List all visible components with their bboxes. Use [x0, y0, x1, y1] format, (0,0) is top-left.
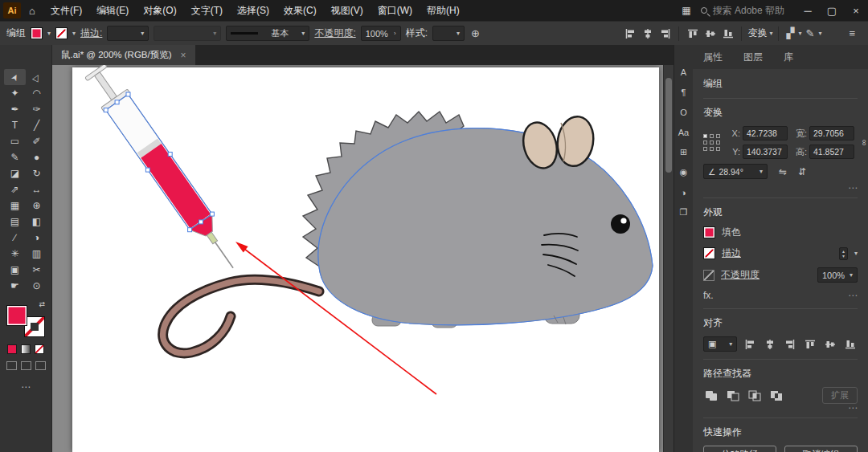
glyphs-panel[interactable]: Aa — [678, 126, 689, 138]
paragraph-panel[interactable]: ¶ — [682, 86, 686, 98]
align-top-icon[interactable] — [685, 26, 700, 40]
fill-indicator[interactable] — [6, 305, 27, 326]
menu-select[interactable]: 选择(S) — [230, 0, 276, 21]
ref-point[interactable] — [703, 147, 707, 151]
constrain-proportions-icon[interactable]: ∞ — [860, 140, 868, 146]
gradient-tool[interactable]: ◧ — [26, 214, 47, 230]
ref-point[interactable] — [710, 147, 714, 151]
panel-align-bottom-icon[interactable] — [843, 337, 858, 351]
curvature-tool[interactable]: ✑ — [26, 101, 47, 117]
app-logo-icon[interactable]: Ai — [3, 2, 21, 18]
ref-point[interactable] — [716, 147, 720, 151]
ungroup-button[interactable]: 取消编组 — [784, 446, 858, 452]
canvas-area[interactable] — [52, 65, 674, 452]
scale-tool[interactable]: ⇗ — [4, 181, 26, 197]
stroke-unit-dropdown-icon[interactable]: ▾ — [854, 250, 858, 257]
align-left-icon[interactable] — [622, 26, 637, 40]
pathfinder-intersect-icon[interactable] — [747, 389, 762, 402]
scrollbar-thumb[interactable] — [665, 78, 672, 173]
close-button[interactable]: × — [844, 0, 868, 21]
pathfinder-minus-front-icon[interactable] — [725, 389, 740, 402]
mouse-tail-outline[interactable] — [163, 279, 319, 353]
shape-mode-dropdown-icon[interactable]: ▾ — [798, 30, 801, 37]
opacity-input[interactable]: 100% › — [361, 26, 401, 41]
ref-point[interactable] — [703, 140, 707, 145]
syringe[interactable] — [82, 65, 247, 277]
tab-layers[interactable]: 图层 — [733, 45, 773, 69]
syringe-liquid[interactable] — [141, 144, 211, 228]
opacity-label[interactable]: 不透明度: — [314, 26, 355, 40]
panel-align-top-icon[interactable] — [803, 337, 817, 351]
menu-type[interactable]: 文字(T) — [184, 0, 230, 21]
pathfinder-more-options-icon[interactable]: ⋯ — [703, 404, 858, 412]
vertical-scrollbar[interactable] — [663, 65, 674, 452]
mouse-tail[interactable] — [163, 279, 319, 353]
panel-align-center-h-icon[interactable] — [763, 337, 777, 351]
swatches-panel[interactable]: ❐ — [680, 206, 688, 218]
color-guide-panel[interactable]: ◑ — [681, 186, 686, 198]
control-panel-menu-icon[interactable]: ≡ — [847, 27, 857, 39]
column-graph-tool[interactable]: ▥ — [26, 246, 47, 262]
fx-button[interactable]: fx. — [703, 290, 714, 301]
fill-dropdown-icon[interactable]: ▾ — [47, 30, 51, 37]
transform-dropdown-icon[interactable]: ▾ — [769, 30, 772, 37]
direct-selection-tool[interactable]: ▷ — [26, 69, 47, 85]
none-button[interactable] — [35, 344, 44, 354]
home-icon[interactable]: ⌂ — [21, 5, 43, 17]
appearance-stroke-swatch[interactable] — [703, 247, 715, 259]
canvas-artwork[interactable] — [52, 65, 674, 452]
panel-align-left-icon[interactable] — [743, 337, 757, 351]
slice-tool[interactable]: ✂ — [26, 262, 47, 278]
character-panel[interactable]: A — [681, 66, 686, 78]
line-segment-tool[interactable]: ╱ — [26, 117, 47, 133]
shape-mode-icon[interactable]: ▞ — [784, 27, 796, 39]
ref-point[interactable] — [710, 140, 714, 145]
tab-close-icon[interactable]: × — [181, 50, 186, 61]
draw-normal-button[interactable] — [6, 361, 17, 370]
color-button[interactable] — [7, 344, 17, 354]
ref-point[interactable] — [710, 134, 714, 138]
globe-icon[interactable]: ⊕ — [469, 27, 481, 39]
symbol-sprayer-tool[interactable]: ✳ — [4, 246, 26, 262]
panel-align-right-icon[interactable] — [783, 337, 797, 351]
blob-brush-tool[interactable]: ● — [26, 149, 47, 165]
pencil-tool[interactable]: ✎ — [4, 149, 26, 165]
tab-properties[interactable]: 属性 — [693, 45, 733, 69]
appearance-panel[interactable]: ⊞ — [680, 146, 687, 158]
height-input[interactable]: 41.8527 — [809, 145, 854, 159]
gradient-button[interactable] — [21, 344, 31, 354]
fill-color-swatch[interactable] — [31, 27, 43, 39]
tab-libraries[interactable]: 库 — [773, 45, 804, 69]
rotation-input[interactable]: ∠ 28.94° ▾ — [703, 164, 768, 179]
menu-help[interactable]: 帮助(H) — [420, 0, 467, 21]
style-select[interactable]: ▾ — [432, 26, 465, 41]
appearance-fill-swatch[interactable] — [703, 226, 715, 238]
flip-horizontal-icon[interactable]: ⇋ — [779, 166, 787, 177]
align-center-h-icon[interactable] — [640, 26, 655, 40]
zoom-tool[interactable]: ⊙ — [26, 278, 47, 294]
lasso-tool[interactable]: ◠ — [26, 85, 47, 101]
flip-vertical-icon[interactable]: ⇵ — [798, 166, 806, 177]
menu-object[interactable]: 对象(O) — [136, 0, 183, 21]
document-tab[interactable]: 鼠.ai* @ 200% (RGB/预览) × — [52, 45, 195, 65]
ref-point[interactable] — [703, 134, 707, 138]
paintbrush-tool[interactable]: ✐ — [26, 133, 47, 149]
hand-tool[interactable]: ☛ — [4, 278, 26, 294]
stroke-dropdown-icon[interactable]: ▾ — [72, 30, 76, 37]
transform-more-options-icon[interactable]: ⋯ — [703, 184, 858, 192]
transform-menu-label[interactable]: 变换 — [747, 26, 767, 40]
swap-fill-stroke-icon[interactable]: ⇄ — [39, 300, 45, 308]
draw-inside-button[interactable] — [35, 361, 46, 370]
minimize-button[interactable]: ─ — [796, 0, 820, 21]
free-transform-tool[interactable]: ▦ — [4, 197, 26, 214]
width-input[interactable]: 29.7056 — [809, 126, 854, 140]
pathfinder-unite-icon[interactable] — [703, 389, 719, 402]
expand-button[interactable]: 扩展 — [822, 387, 858, 404]
width-profile-select[interactable]: ▾ — [154, 26, 221, 41]
draw-behind-button[interactable] — [21, 361, 31, 370]
brush-definition-select[interactable]: 基本 ▾ — [226, 26, 309, 41]
eraser-tool[interactable]: ◪ — [4, 165, 26, 181]
rectangle-tool[interactable]: ▭ — [4, 133, 26, 149]
align-bottom-icon[interactable] — [720, 26, 735, 40]
mesh-tool[interactable]: ▤ — [4, 214, 26, 230]
